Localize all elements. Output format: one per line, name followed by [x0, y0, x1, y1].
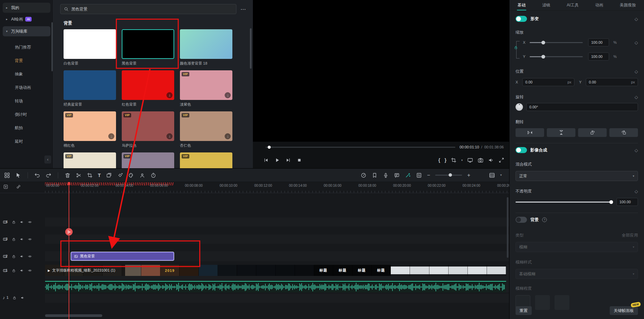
- opacity-value[interactable]: 100.00: [616, 198, 638, 206]
- background-thumbnail[interactable]: [180, 29, 232, 59]
- keyframe-diamond-icon[interactable]: ◇: [635, 189, 638, 193]
- previous-frame-button[interactable]: [263, 157, 269, 163]
- keyframe-add-icon[interactable]: [117, 172, 123, 178]
- keyframe-diamond-icon[interactable]: ◇: [635, 40, 638, 45]
- timeline-vertical-scrollbar[interactable]: [507, 197, 508, 258]
- track-lane-4[interactable]: [45, 217, 509, 226]
- black-background-clip[interactable]: 黑色背景: [71, 252, 174, 261]
- hide-eye-icon[interactable]: [28, 237, 32, 241]
- sidebar-category[interactable]: 倒计时: [0, 108, 53, 121]
- play-button[interactable]: [274, 157, 280, 163]
- lock-icon[interactable]: [12, 269, 16, 273]
- mark-in-button[interactable]: {: [439, 157, 440, 163]
- lock-icon[interactable]: [12, 254, 16, 258]
- track-layout-icon[interactable]: [489, 172, 495, 178]
- sidebar-category[interactable]: 开场动画: [0, 81, 53, 94]
- audio-lane-1[interactable]: [45, 294, 509, 303]
- position-y-input[interactable]: 0.00 px: [586, 78, 638, 86]
- search-input[interactable]: [71, 7, 233, 11]
- rotation-input[interactable]: 0.00°: [526, 103, 638, 111]
- sidebar-category[interactable]: 热门推荐: [0, 40, 53, 54]
- marker-icon[interactable]: [372, 172, 378, 178]
- speed-timer-icon[interactable]: [150, 172, 156, 178]
- crop-preview-icon[interactable]: [451, 157, 457, 163]
- background-thumbnail[interactable]: VIP: [122, 111, 174, 141]
- background-thumbnail[interactable]: [64, 70, 116, 100]
- mute-speaker-icon[interactable]: [20, 220, 24, 224]
- keyframe-diamond-icon[interactable]: ◇: [635, 148, 638, 152]
- mute-speaker-icon[interactable]: [20, 269, 24, 273]
- collapse-sidebar-button[interactable]: ‹: [44, 155, 51, 164]
- track-lane-3[interactable]: [45, 235, 509, 244]
- background-thumbnail[interactable]: VIP: [180, 111, 232, 141]
- audio-mixer-icon[interactable]: [416, 172, 422, 178]
- more-menu-icon[interactable]: ⋯: [240, 6, 246, 12]
- crop-dropdown-caret[interactable]: ▾: [461, 159, 463, 162]
- background-thumbnail[interactable]: VIP: [180, 70, 232, 100]
- split-scissors-icon[interactable]: [76, 172, 82, 178]
- speech-to-text-icon[interactable]: [394, 172, 400, 178]
- tab-animation[interactable]: 动画: [595, 0, 604, 10]
- background-thumbnail[interactable]: [122, 29, 174, 59]
- smart-edit-icon[interactable]: [405, 172, 411, 178]
- mute-speaker-icon[interactable]: [20, 237, 24, 241]
- playback-progress-bar[interactable]: [266, 147, 455, 148]
- media-scrollbar[interactable]: [250, 28, 252, 69]
- sidebar-item-ai-paint[interactable]: ▸ AI绘画 AI: [0, 14, 53, 24]
- keyframe-diamond-icon[interactable]: ◇: [635, 69, 638, 74]
- scale-x-slider[interactable]: [530, 42, 583, 43]
- color-palette-icon[interactable]: [128, 172, 134, 178]
- background-thumbnail[interactable]: [122, 70, 174, 100]
- sidebar-item-mine[interactable]: ▸ 我的: [3, 3, 50, 13]
- background-thumbnail[interactable]: [64, 29, 116, 59]
- rotation-knob[interactable]: [516, 103, 523, 111]
- hide-eye-icon[interactable]: [28, 269, 32, 273]
- scale-y-value[interactable]: 100.00: [588, 52, 609, 61]
- compositing-toggle[interactable]: [516, 147, 527, 153]
- keyframe-diamond-icon[interactable]: ◇: [635, 95, 638, 99]
- timeline-horizontal-scrollbar[interactable]: [45, 314, 102, 317]
- video-preview[interactable]: [253, 0, 509, 142]
- select-cursor-icon[interactable]: [15, 172, 21, 178]
- sidebar-scrollbar[interactable]: [51, 22, 53, 71]
- hide-eye-icon[interactable]: [28, 254, 32, 258]
- background-thumbnail[interactable]: VIP: [64, 111, 116, 141]
- tab-filters[interactable]: 滤镜: [541, 0, 551, 10]
- redo-icon[interactable]: [45, 172, 51, 178]
- link-lock-icon[interactable]: [514, 45, 518, 49]
- text-tool-icon[interactable]: T: [98, 173, 101, 178]
- timeline-ruler[interactable]: 00:00:0000:00:02:0000:00:04:0000:00:06:0…: [0, 182, 509, 193]
- hide-eye-icon[interactable]: [28, 220, 32, 224]
- info-icon[interactable]: ?: [542, 217, 547, 222]
- fullscreen-icon[interactable]: [498, 157, 504, 163]
- sidebar-category[interactable]: 抽象: [0, 67, 53, 81]
- delete-icon[interactable]: [65, 172, 71, 178]
- tab-basic[interactable]: 基础: [517, 0, 526, 10]
- sidebar-category[interactable]: 航拍: [0, 121, 53, 135]
- record-voiceover-icon[interactable]: [383, 172, 389, 178]
- sidebar-category[interactable]: 转场: [0, 94, 53, 108]
- display-monitor-icon[interactable]: [467, 157, 473, 163]
- track-layout-caret[interactable]: ▾: [500, 174, 502, 177]
- next-frame-button[interactable]: [285, 157, 291, 163]
- playhead[interactable]: [69, 182, 69, 319]
- progress-knob[interactable]: [268, 146, 271, 149]
- background-thumbnail[interactable]: VIP: [64, 152, 116, 168]
- tab-beauty[interactable]: 美颜瘦脸: [619, 0, 637, 10]
- add-track-icon[interactable]: [3, 184, 8, 189]
- lock-icon[interactable]: [12, 220, 16, 224]
- render-preview-icon[interactable]: [361, 172, 367, 178]
- lock-icon[interactable]: [12, 296, 16, 300]
- zoom-out-icon[interactable]: −: [427, 173, 430, 178]
- rotate-ccw-button[interactable]: [578, 128, 607, 137]
- tab-ai-tools[interactable]: AI工具: [566, 0, 579, 10]
- pip-sticker-icon[interactable]: [106, 172, 112, 178]
- transform-toggle[interactable]: [516, 16, 527, 22]
- keyframe-diamond-icon[interactable]: ◇: [635, 17, 638, 21]
- keyframe-panel-button[interactable]: 关键帧面板 NEW: [610, 306, 638, 315]
- flip-horizontal-button[interactable]: [516, 128, 544, 137]
- opacity-slider[interactable]: [516, 202, 612, 203]
- split-playhead-badge[interactable]: [65, 228, 73, 236]
- timeline-zoom-slider[interactable]: [435, 175, 462, 176]
- flip-vertical-button[interactable]: [547, 128, 575, 137]
